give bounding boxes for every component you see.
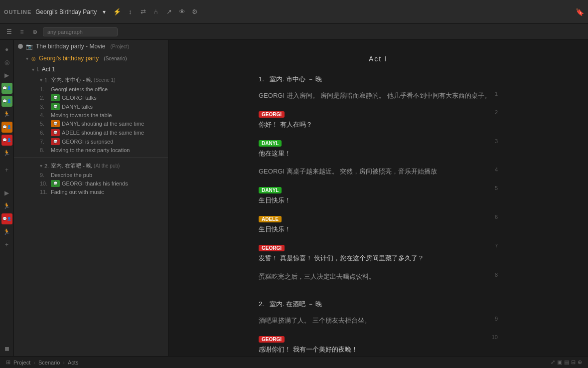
beat-row-10[interactable]: 10. 💬 GEORGI thanks his friends xyxy=(14,179,168,188)
expand-icon[interactable]: ⤢ xyxy=(551,359,555,366)
list2-icon[interactable]: ≡ xyxy=(17,27,27,37)
beat-row-7[interactable]: 7. 💬 GEORGI is surprised xyxy=(14,137,168,146)
scene2-number-main: 2. xyxy=(259,300,268,308)
script-block-8: 蛋糕吃完之后，三人决定出去喝点饮料。 8 xyxy=(259,272,498,282)
sidebar-icon-run-2[interactable]: 🏃 xyxy=(1,148,12,159)
scene2-row[interactable]: ▾ 2. 室内. 在酒吧 - 晚 (At the pub) xyxy=(14,161,168,171)
bookmark-icon[interactable]: 🔖 xyxy=(576,8,584,16)
scenario-title: Georgi's birthday party xyxy=(39,55,99,62)
script-block-7: GEORGI 发誓！ 真是惊喜！ 伙计们，您在这个房间里藏了多久了？ 7 xyxy=(259,243,498,264)
character-badge-danyl-1: DANYL xyxy=(259,140,282,147)
beat-row-8[interactable]: 8. Moving to the next party location xyxy=(14,146,168,154)
panel-icon-3[interactable]: ⊟ xyxy=(571,359,576,366)
script-block-10: GEORGI 感谢你们！ 我有一个美好的夜晚！ 10 xyxy=(259,334,498,355)
tool-btn-2[interactable]: ↕ xyxy=(125,6,136,17)
status-icon: ⊞ xyxy=(6,359,10,366)
tool-btn-1[interactable]: ⚡ xyxy=(112,6,123,17)
beat11-num: 11. xyxy=(40,189,50,195)
beat-row-4[interactable]: 4. Moving towards the table xyxy=(14,111,168,119)
beat5-label: DANYL shouting at the same time xyxy=(62,121,144,127)
top-toolbar: OUTLINE Georgi's Birthday Party ▾ ⚡ ↕ ⇄ … xyxy=(0,0,588,24)
breadcrumb-project[interactable]: Project xyxy=(13,360,30,366)
sidebar-icon-bubble-red-1[interactable]: 💬👤 xyxy=(1,135,12,146)
sidebar-icon-run-1[interactable]: 🏃 xyxy=(1,109,12,120)
panel-icon-4[interactable]: ⊕ xyxy=(578,359,582,366)
scene1-title-main: 室内. 市中心 － 晚 xyxy=(270,75,322,83)
second-toolbar: ☰ ≡ ⊕ xyxy=(0,24,588,40)
scene2-header: 2. 室内. 在酒吧 － 晚 xyxy=(259,300,498,309)
sidebar-icon-film[interactable]: ▶ xyxy=(1,70,12,81)
scenario-row[interactable]: ▾ ◎ Georgi's birthday party (Scenario) xyxy=(14,53,168,64)
panel-icon-2[interactable]: ▤ xyxy=(564,359,569,366)
tool-btn-6[interactable]: 👁 xyxy=(176,6,187,17)
dialogue-text-2: 你好！ 有人在吗？ xyxy=(259,120,498,130)
panel-icon-1[interactable]: ▣ xyxy=(557,359,562,366)
script-content-10: GEORGI 感谢你们！ 我有一个美好的夜晚！ xyxy=(259,334,498,355)
beat5-icon: 💬 xyxy=(51,120,60,127)
sidebar-icon-run-4[interactable]: 🏃 xyxy=(1,226,12,237)
beat-row-3[interactable]: 3. 💬 DANYL talks xyxy=(14,102,168,111)
beat6-label: ADELE shouting at the same time xyxy=(62,130,144,136)
beat4-label: Moving towards the table xyxy=(51,112,112,118)
act1-row[interactable]: ▾ I. Act 1 xyxy=(14,64,168,75)
breadcrumb-acts[interactable]: Acts xyxy=(68,360,78,366)
script-container: Act I 1. 室内. 市中心 － 晚 GEORGI 进入房间。 房间是黑暗而… xyxy=(249,45,508,356)
sidebar-icon-bottom[interactable]: ◼ xyxy=(1,343,12,354)
beat11-label: Fading out with music xyxy=(51,189,104,195)
beat-row-5[interactable]: 5. 💬 DANYL shouting at the same time xyxy=(14,119,168,128)
beat-row-11[interactable]: 11. Fading out with music xyxy=(14,188,168,196)
beat-row-9[interactable]: 9. Describe the pub xyxy=(14,171,168,179)
beat9-label: Describe the pub xyxy=(51,172,92,178)
tool-btn-3[interactable]: ⇄ xyxy=(138,6,148,17)
beat7-label: GEORGI is surprised xyxy=(62,139,113,145)
beat-row-2[interactable]: 2. 💬 GEORGI talks xyxy=(14,93,168,102)
action-text-1: GEORGI 进入房间。 房间是黑暗而寂静的。 他几乎看不到中间有大东西的桌子。 xyxy=(259,91,498,101)
character-badge-georgi-1: GEORGI xyxy=(259,111,285,118)
beat-row-6[interactable]: 6. 💬 ADELE shouting at the same time xyxy=(14,128,168,137)
sidebar-icon-location[interactable]: ◎ xyxy=(1,57,12,68)
beat8-num: 8. xyxy=(40,147,50,153)
line-num-10: 10 xyxy=(488,334,498,340)
script-content-3: DANYL 他在这里！ xyxy=(259,138,498,159)
scene2-number: 2. xyxy=(44,163,49,169)
status-bar-right: ⤢ ▣ ▤ ⊟ ⊕ xyxy=(551,359,582,366)
list-icon[interactable]: ☰ xyxy=(4,27,14,37)
beat2-label: GEORGI talks xyxy=(62,95,97,101)
dialogue-text-6: 生日快乐！ xyxy=(259,224,498,235)
beat1-num: 1. xyxy=(40,86,50,92)
content-area: Act I 1. 室内. 市中心 － 晚 GEORGI 进入房间。 房间是黑暗而… xyxy=(168,40,588,356)
status-bar: ⊞ Project › Scenario › Acts ⤢ ▣ ▤ ⊟ ⊕ xyxy=(0,356,588,368)
line-num-3: 3 xyxy=(488,138,498,144)
script-content-2: GEORGI 你好！ 有人在吗？ xyxy=(259,109,498,130)
sidebar-icon-add-2[interactable]: + xyxy=(1,239,12,250)
action-text-4: GEORGI 离桌子越来越近。 突然，房间被照亮，音乐开始播放 xyxy=(259,167,498,177)
beat-row-1[interactable]: 1. Georgi enters the office xyxy=(14,85,168,93)
beat10-label: GEORGI thanks his friends xyxy=(62,181,128,186)
tool-btn-4[interactable]: ⑃ xyxy=(150,6,161,17)
sidebar-icon-run-3[interactable]: 🏃 xyxy=(1,200,12,211)
sidebar-icon-film-2[interactable]: ▶ xyxy=(1,187,12,198)
scene1-row[interactable]: ▾ 1. 室内. 市中心 - 晚 (Scene 1) xyxy=(14,75,168,85)
beat5-num: 5. xyxy=(40,121,50,127)
sidebar-icon-bubble-red-2[interactable]: 💬👤 xyxy=(1,213,12,224)
filter-icon[interactable]: ⊕ xyxy=(30,27,40,37)
outline-title-arrow[interactable]: ▾ xyxy=(103,8,106,15)
search-input[interactable] xyxy=(43,27,118,36)
sidebar-icon-bubble-green-2[interactable]: 💬👤 xyxy=(1,96,12,107)
tool-btn-7[interactable]: ⚙ xyxy=(189,6,200,17)
character-badge-georgi-2: GEORGI xyxy=(259,245,285,251)
beat1-label: Georgi enters the office xyxy=(51,86,108,92)
tool-btn-5[interactable]: ↗ xyxy=(163,6,174,17)
breadcrumb-scenario[interactable]: Scenario xyxy=(38,360,60,366)
outline-title: Georgi's Birthday Party xyxy=(35,8,97,15)
sidebar-icon-circle[interactable]: ● xyxy=(1,44,12,55)
project-tag: (Project) xyxy=(110,44,129,49)
scene1-header: 1. 室内. 市中心 － 晚 xyxy=(259,75,498,84)
sidebar-icon-bubble-green-1[interactable]: 💬👤 xyxy=(1,83,12,94)
character-badge-danyl-2: DANYL xyxy=(259,187,282,193)
project-row[interactable]: 📷 The birthday party - Movie (Project) xyxy=(14,40,168,53)
sidebar-icon-bubble-orange-1[interactable]: 💬👤 xyxy=(1,122,12,133)
sidebar-icon-add[interactable]: + xyxy=(1,165,12,176)
scene2-tag: (At the pub) xyxy=(94,163,120,169)
script-block-5: DANYL 生日快乐！ 5 xyxy=(259,185,498,206)
